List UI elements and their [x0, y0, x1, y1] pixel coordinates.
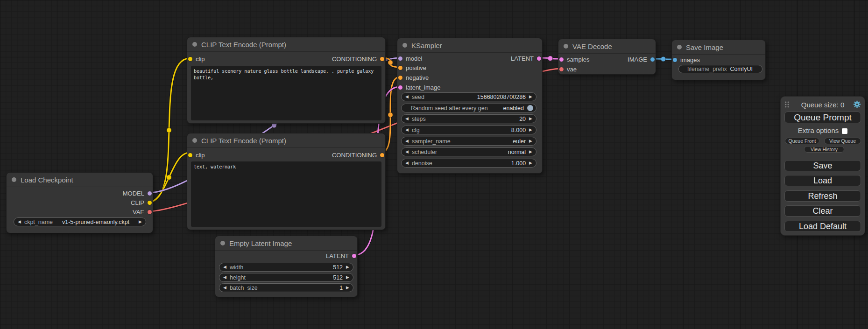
load-button[interactable]: Load [784, 175, 861, 186]
output-clip[interactable]: CLIP [131, 199, 152, 206]
node-save-image[interactable]: Save Image images filename_prefix ComfyU… [671, 40, 766, 80]
prev-value-arrow-icon[interactable]: ◀ [18, 220, 21, 224]
prev-value-arrow-icon[interactable]: ◀ [405, 161, 409, 165]
gear-icon[interactable] [853, 100, 861, 108]
output-latent[interactable]: LATENT [511, 55, 541, 62]
next-value-arrow-icon[interactable]: ▶ [529, 161, 532, 165]
collapse-dot-icon[interactable] [402, 43, 407, 48]
prev-value-arrow-icon[interactable]: ◀ [405, 95, 409, 99]
node-empty-latent-image[interactable]: Empty Latent Image LATENT ◀ width 512 ▶ … [215, 236, 358, 297]
node-vae-decode[interactable]: VAE Decode samples vae IMAGE [558, 39, 656, 75]
save-button[interactable]: Save [784, 160, 861, 171]
node-title-bar[interactable]: CLIP Text Encode (Prompt) [187, 37, 385, 52]
prev-value-arrow-icon[interactable]: ◀ [223, 286, 226, 290]
queue-panel[interactable]: Queue size: 0 Queue Prompt Extra options… [780, 96, 865, 236]
node-title-bar[interactable]: Load Checkpoint [7, 173, 153, 187]
output-model[interactable]: MODEL [123, 189, 152, 197]
input-clip[interactable]: clip [188, 151, 205, 159]
widget-batch-size[interactable]: ◀ batch_size 1 ▶ [219, 283, 353, 292]
model-port-icon[interactable] [398, 56, 402, 61]
prev-value-arrow-icon[interactable]: ◀ [405, 139, 409, 143]
node-load-checkpoint[interactable]: Load Checkpoint MODEL CLIP VAE ◀ ckpt_na… [6, 172, 153, 233]
next-value-arrow-icon[interactable]: ▶ [346, 286, 349, 290]
output-latent[interactable]: LATENT [326, 252, 356, 259]
input-samples[interactable]: samples [559, 56, 589, 63]
next-value-arrow-icon[interactable]: ▶ [529, 128, 532, 132]
next-value-arrow-icon[interactable]: ▶ [529, 139, 532, 143]
image-port-icon[interactable] [650, 57, 655, 62]
clip-port-icon[interactable] [188, 153, 192, 157]
conditioning-port-icon[interactable] [380, 57, 384, 61]
positive-prompt-textarea[interactable]: beautiful scenery nature glass bottle la… [191, 66, 381, 120]
conditioning-port-icon[interactable] [398, 76, 402, 80]
widget-height[interactable]: ◀ height 512 ▶ [219, 273, 353, 282]
next-value-arrow-icon[interactable]: ▶ [529, 150, 532, 154]
next-value-arrow-icon[interactable]: ▶ [346, 275, 349, 280]
widget-width[interactable]: ◀ width 512 ▶ [219, 263, 353, 272]
node-clip-text-encode-positive[interactable]: CLIP Text Encode (Prompt) clip CONDITION… [187, 37, 386, 124]
widget-scheduler[interactable]: ◀ scheduler normal ▶ [401, 147, 536, 156]
node-title-bar[interactable]: Save Image [672, 40, 765, 55]
widget-steps[interactable]: ◀ steps 20 ▶ [401, 114, 536, 123]
node-title-bar[interactable]: CLIP Text Encode (Prompt) [187, 133, 385, 148]
widget-seed[interactable]: ◀ seed 156680208700286 ▶ [401, 92, 536, 101]
latent-port-icon[interactable] [559, 57, 564, 62]
view-history-button[interactable]: View History [804, 146, 844, 153]
widget-sampler-name[interactable]: ◀ sampler_name euler ▶ [401, 137, 536, 146]
negative-prompt-textarea[interactable]: text, watermark [191, 161, 381, 227]
next-value-arrow-icon[interactable]: ▶ [139, 220, 142, 224]
node-ksampler[interactable]: KSampler model positive negative latent_… [397, 38, 543, 174]
node-title-bar[interactable]: KSampler [397, 38, 542, 53]
collapse-dot-icon[interactable] [220, 241, 225, 245]
clear-button[interactable]: Clear [784, 205, 861, 217]
collapse-dot-icon[interactable] [564, 44, 568, 49]
input-images[interactable]: images [673, 56, 700, 63]
output-vae[interactable]: VAE [133, 208, 152, 216]
widget-filename-prefix[interactable]: filename_prefix ComfyUI [678, 65, 762, 73]
widget-cfg[interactable]: ◀ cfg 8.000 ▶ [401, 126, 536, 134]
queue-front-button[interactable]: Queue Front [785, 138, 819, 144]
image-port-icon[interactable] [673, 58, 677, 62]
vae-port-icon[interactable] [148, 210, 152, 214]
clip-port-icon[interactable] [188, 57, 192, 61]
prev-value-arrow-icon[interactable]: ◀ [223, 275, 226, 280]
vae-port-icon[interactable] [559, 67, 564, 71]
latent-port-icon[interactable] [537, 56, 541, 61]
widget-random-seed-toggle[interactable]: Random seed after every gen enabled [401, 104, 536, 112]
next-value-arrow-icon[interactable]: ▶ [529, 117, 532, 121]
latent-port-icon[interactable] [398, 85, 402, 90]
output-image[interactable]: IMAGE [628, 56, 655, 63]
widget-denoise[interactable]: ◀ denoise 1.000 ▶ [401, 159, 536, 168]
model-port-icon[interactable] [148, 191, 152, 196]
input-model[interactable]: model [398, 55, 422, 62]
collapse-dot-icon[interactable] [677, 45, 682, 49]
node-graph-canvas[interactable]: Load Checkpoint MODEL CLIP VAE ◀ ckpt_na… [0, 0, 868, 329]
prev-value-arrow-icon[interactable]: ◀ [405, 128, 409, 132]
clip-port-icon[interactable] [148, 201, 152, 205]
input-negative[interactable]: negative [398, 74, 429, 81]
queue-prompt-button[interactable]: Queue Prompt [784, 112, 861, 123]
collapse-dot-icon[interactable] [192, 42, 197, 47]
input-positive[interactable]: positive [398, 64, 426, 71]
latent-port-icon[interactable] [352, 254, 356, 258]
node-title-bar[interactable]: Empty Latent Image [215, 236, 357, 251]
view-queue-button[interactable]: View Queue [824, 138, 861, 144]
input-vae[interactable]: vae [559, 65, 577, 73]
conditioning-port-icon[interactable] [380, 153, 384, 157]
next-value-arrow-icon[interactable]: ▶ [346, 265, 349, 269]
prev-value-arrow-icon[interactable]: ◀ [405, 150, 409, 154]
node-clip-text-encode-negative[interactable]: CLIP Text Encode (Prompt) clip CONDITION… [187, 133, 386, 230]
refresh-button[interactable]: Refresh [784, 190, 861, 202]
node-title-bar[interactable]: VAE Decode [558, 39, 656, 54]
collapse-dot-icon[interactable] [12, 177, 16, 182]
extra-options-checkbox[interactable] [842, 128, 847, 134]
input-latent-image[interactable]: latent_image [398, 84, 440, 91]
toggle-enabled-icon[interactable] [527, 105, 533, 111]
prev-value-arrow-icon[interactable]: ◀ [223, 265, 226, 269]
output-conditioning[interactable]: CONDITIONING [332, 55, 384, 63]
widget-ckpt-name[interactable]: ◀ ckpt_name v1-5-pruned-emaonly.ckpt ▶ [14, 217, 146, 226]
prev-value-arrow-icon[interactable]: ◀ [405, 117, 409, 121]
conditioning-port-icon[interactable] [398, 66, 402, 70]
input-clip[interactable]: clip [188, 55, 205, 63]
load-default-button[interactable]: Load Default [784, 221, 861, 232]
